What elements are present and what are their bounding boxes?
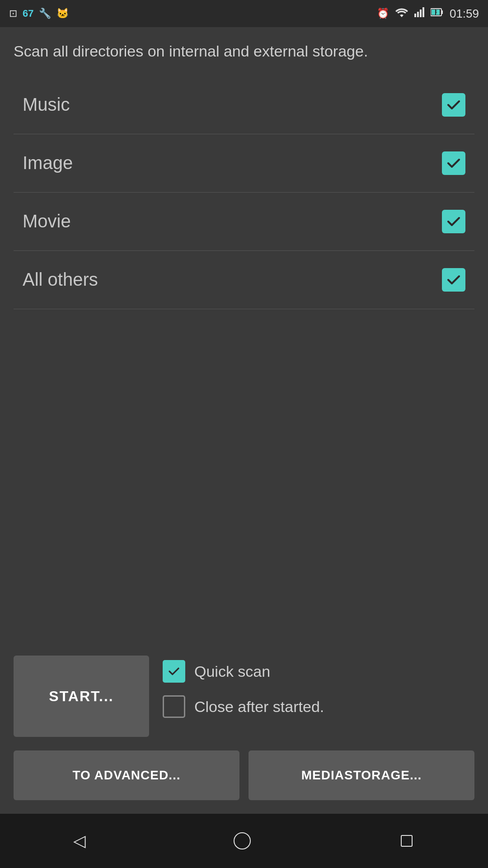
svg-rect-2: [420, 9, 422, 17]
start-button[interactable]: START...: [14, 656, 149, 737]
mediastorage-button[interactable]: MEDIASTORAGE...: [249, 750, 474, 800]
quick-scan-row[interactable]: Quick scan: [163, 660, 324, 683]
movie-checkbox[interactable]: [442, 210, 465, 233]
back-button[interactable]: ◁: [73, 831, 86, 850]
bottom-buttons: TO ADVANCED... MEDIASTORAGE...: [14, 750, 474, 800]
svg-point-9: [234, 833, 250, 849]
svg-rect-10: [401, 835, 412, 846]
svg-rect-1: [417, 12, 419, 17]
alarm-icon: ⏰: [377, 8, 389, 19]
navigation-bar: ◁: [0, 814, 488, 868]
music-label: Music: [23, 94, 70, 115]
status-bar-left: ⊡ 67 🔧 🐱: [9, 8, 69, 19]
image-checkbox[interactable]: [442, 151, 465, 175]
quick-scan-label: Quick scan: [194, 663, 270, 680]
music-item[interactable]: Music: [14, 76, 474, 134]
quick-scan-checkbox[interactable]: [163, 660, 185, 683]
description-text: Scan all directories on internal and ext…: [14, 41, 474, 62]
close-after-started-row[interactable]: Close after started.: [163, 695, 324, 718]
all-others-label: All others: [23, 269, 98, 290]
notification-count: 67: [23, 8, 33, 19]
movie-label: Movie: [23, 211, 71, 231]
recent-apps-button[interactable]: [399, 833, 415, 849]
battery-icon: [431, 7, 443, 20]
image-item[interactable]: Image: [14, 134, 474, 193]
music-checkbox[interactable]: [442, 93, 465, 117]
svg-rect-5: [441, 10, 443, 14]
svg-rect-3: [422, 7, 424, 17]
wifi-icon: [395, 7, 408, 20]
image-icon: ⊡: [9, 8, 17, 19]
options-row: START... Quick scan Close after started.: [14, 656, 474, 737]
close-after-started-checkbox[interactable]: [163, 695, 185, 718]
image-label: Image: [23, 153, 73, 173]
bottom-area: START... Quick scan Close after started.…: [0, 642, 488, 814]
to-advanced-button[interactable]: TO ADVANCED...: [14, 750, 239, 800]
close-after-started-label: Close after started.: [194, 698, 324, 716]
home-button[interactable]: [232, 831, 252, 851]
movie-item[interactable]: Movie: [14, 193, 474, 251]
wrench-icon: 🔧: [39, 8, 51, 19]
status-bar: ⊡ 67 🔧 🐱 ⏰: [0, 0, 488, 27]
signal-icon: [414, 7, 424, 20]
svg-rect-0: [414, 14, 416, 17]
all-others-checkbox[interactable]: [442, 268, 465, 292]
status-bar-right: ⏰ 01:59: [377, 7, 479, 21]
time-display: 01:59: [450, 7, 479, 21]
bug-icon: 🐱: [56, 8, 69, 19]
main-content: Scan all directories on internal and ext…: [0, 27, 488, 642]
all-others-item[interactable]: All others: [14, 251, 474, 309]
quick-options: Quick scan Close after started.: [163, 656, 324, 718]
